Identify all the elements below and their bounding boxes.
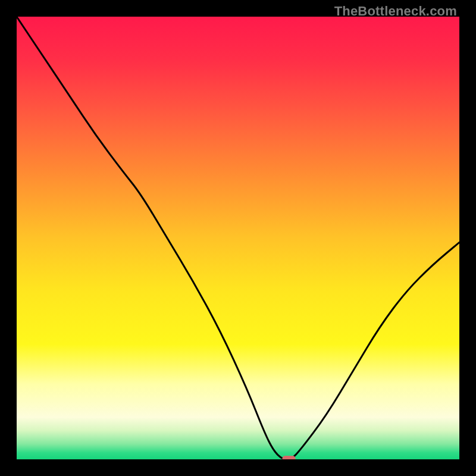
plot-area <box>17 17 459 459</box>
chart-frame: TheBottleneck.com <box>0 0 476 476</box>
bottleneck-curve <box>17 17 459 459</box>
watermark-text: TheBottleneck.com <box>334 4 457 19</box>
optimal-marker <box>282 456 295 459</box>
